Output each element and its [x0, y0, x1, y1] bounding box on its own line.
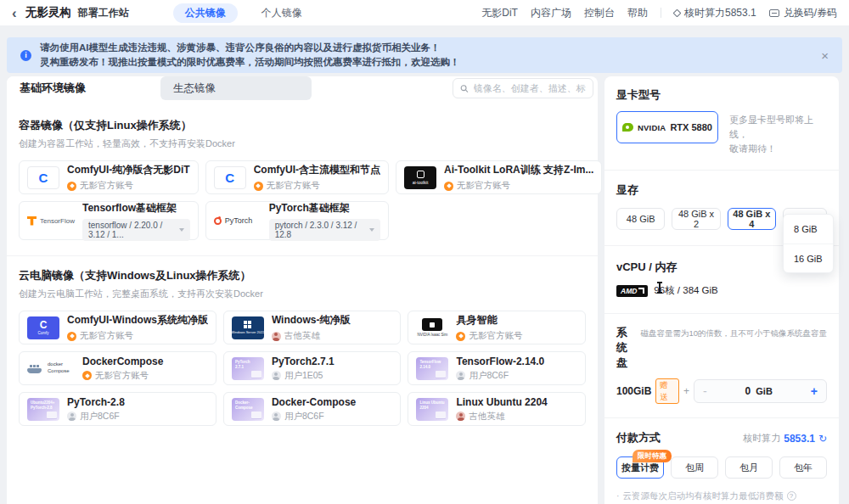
app-brand: 无影灵构 [25, 5, 71, 20]
image-title: DockerCompose [82, 356, 208, 367]
image-card-tensorflow-base[interactable]: TensorFlow Tensorflow基础框架 tensorflow / 2… [19, 201, 199, 240]
payment-section-title: 付款方式 [616, 430, 661, 445]
version-value: tensorflow / 2.20.0 / 3.12 / 1... [88, 221, 174, 239]
vram-option-48[interactable]: 48 GiB [616, 208, 665, 230]
docker-logo: docker Compose [27, 357, 75, 380]
image-title: Tensorflow基础框架 [82, 201, 190, 216]
version-select[interactable]: pytorch / 2.3.0 / 3.12 / 12.8 [269, 219, 380, 241]
image-title: Windows-纯净版 [272, 313, 393, 328]
official-badge-icon [456, 332, 465, 341]
limited-offer-ribbon: 限时特惠 [633, 450, 672, 462]
image-card-comfyui-pure[interactable]: C ComfyUI-纯净版含无影DiT 无影官方账号 [19, 160, 199, 194]
credit-display: 核时算力 5853.1 ↻ [743, 432, 827, 445]
pytorch-thumbnail: PyTorch 2.7.1 [232, 357, 264, 380]
gpu-option-rtx5880[interactable]: NVIDIA RTX 5880 [616, 111, 718, 143]
stepper-value[interactable]: 0 [745, 385, 751, 397]
user-avatar [67, 412, 76, 421]
tab-public-images[interactable]: 公共镜像 [173, 3, 238, 23]
image-author: 用户1E05 [284, 370, 323, 382]
divider [604, 417, 839, 418]
chevron-down-icon [369, 228, 374, 232]
disk-base-size: 100GiB [616, 385, 651, 397]
image-card-pytorch-base[interactable]: PyTorch PyTorch基础框架 pytorch / 2.3.0 / 3.… [205, 201, 389, 240]
vram-dropdown-option-16[interactable]: 16 GiB [784, 244, 833, 272]
nav-help[interactable]: 帮助 [627, 6, 648, 20]
nav-console[interactable]: 控制台 [584, 6, 615, 20]
image-card-comfyui-models[interactable]: C ComfyUI-含主流模型和节点 无影官方账号 [205, 160, 389, 194]
disk-size-stepper: - 0 GiB + [694, 379, 827, 403]
close-icon[interactable]: × [821, 49, 829, 62]
pytorch-logo: PyTorch [214, 210, 261, 232]
image-card-pytorch271[interactable]: PyTorch 2.7.1 PyTorch2.7.1 用户1E05 [223, 351, 402, 385]
image-title: Docker-Compose [272, 396, 393, 408]
user-avatar [272, 332, 281, 341]
image-card-embodied-ai[interactable]: NVIDIA Isaac Sim 具身智能 无影官方账号 [408, 311, 586, 344]
credit-balance-label: 核时算力5853.1 [684, 6, 756, 20]
image-title: Ai-Toolkit LoRA训练 支持Z-Im... [444, 163, 593, 177]
comfyui-logo: CComfy [27, 316, 59, 339]
image-author: 无影官方账号 [80, 180, 133, 192]
image-card-pytorch28[interactable]: Ubuntu2204+ PyTorch-2.8 PyTorch-2.8 用户8C… [19, 392, 216, 426]
notice-banner: i 请勿使用AI模型生成违法违规、涉黄涉暴、违背公序良俗的内容以及进行虚拟货币相… [7, 37, 842, 73]
official-badge-icon [67, 182, 76, 191]
text-cursor [659, 282, 661, 294]
image-author: 用户8C6F [284, 411, 324, 423]
user-avatar [272, 371, 281, 380]
vram-option-48x4[interactable]: 48 GiB x 4 [728, 208, 776, 230]
banner-line-1: 请勿使用AI模型生成违法违规、涉黄涉暴、违背公序良俗的内容以及进行虚拟货币相关业… [40, 41, 460, 55]
image-card-linux-ubuntu-2204[interactable]: Linux Ubuntu 2204 Linux Ubuntu 2204 吉他英雄 [408, 392, 586, 426]
image-card-windows-pure[interactable]: Windows Server 2022 Windows-纯净版 吉他英雄 [223, 311, 402, 344]
image-title: 具身智能 [456, 313, 577, 328]
version-select[interactable]: tensorflow / 2.20.0 / 3.12 / 1... [82, 219, 190, 241]
ubuntu-thumbnail: Linux Ubuntu 2204 [416, 398, 448, 421]
official-badge-icon [67, 332, 76, 341]
image-card-dockercompose[interactable]: docker Compose DockerCompose 无影官方账号 [19, 351, 216, 385]
tensorflow-thumbnail: TensorFlow 2.14.0 [416, 357, 448, 380]
vram-section-title: 显存 [616, 182, 827, 198]
image-card-tensorflow2140[interactable]: TensorFlow 2.14.0 TensorFlow-2.14.0 用户8C… [408, 351, 586, 385]
section-subtitle: 创建为容器工作站，轻量高效，不支持再安装Docker [19, 137, 586, 150]
tab-base-env-images[interactable]: 基础环境镜像 [7, 76, 158, 100]
tab-ecosystem-images[interactable]: 生态镜像 [160, 76, 312, 100]
section-subtitle: 创建为云电脑工作站，完整桌面系统，支持再次安装Docker [19, 288, 586, 300]
help-icon[interactable]: ? [787, 491, 796, 501]
comfyui-logo: C [27, 166, 59, 189]
image-title: PyTorch-2.8 [67, 396, 208, 408]
stepper-minus-button[interactable]: - [703, 384, 707, 398]
tab-personal-images[interactable]: 个人镜像 [250, 3, 314, 23]
vram-dropdown-option-8[interactable]: 8 GiB [784, 215, 833, 244]
plus-sign: + [683, 385, 689, 397]
section-title-cloudpc-images: 云电脑镜像（支持Windows及Linux操作系统） [19, 268, 586, 283]
payment-option-payg[interactable]: 限时特惠 按量计费 [616, 456, 664, 479]
nav-wuying-dit[interactable]: 无影DiT [481, 6, 518, 20]
refresh-icon[interactable]: ↻ [818, 433, 827, 445]
image-title: ComfyUI-纯净版含无影DiT [67, 163, 190, 177]
image-card-comfyui-windows[interactable]: CComfy ComfyUI-Windows系统纯净版 无影官方账号 [19, 311, 216, 344]
image-author: 无影官方账号 [80, 330, 133, 342]
payment-option-monthly[interactable]: 包月 [725, 456, 773, 479]
image-author: 用户8C6F [469, 370, 509, 382]
image-card-ai-toolkit[interactable]: ai-toolkit Ai-Toolkit LoRA训练 支持Z-Im... 无… [396, 160, 602, 194]
comfyui-logo: C [214, 166, 246, 189]
image-author: 吉他英雄 [469, 411, 504, 423]
official-badge-icon [82, 371, 92, 380]
image-card-docker-compose[interactable]: Docker- Compose Docker-Compose 用户8C6F [223, 392, 402, 426]
stepper-plus-button[interactable]: + [811, 384, 818, 398]
search-box [453, 78, 593, 98]
payment-option-weekly[interactable]: 包周 [671, 456, 718, 479]
image-author: 无影官方账号 [267, 180, 320, 192]
gpu-section-title: 显卡型号 [616, 87, 827, 103]
vram-option-48x2[interactable]: 48 GiB x 2 [672, 208, 720, 230]
back-icon[interactable]: ‹ [12, 6, 17, 20]
redeem-code-button[interactable]: 兑换码/券码 [769, 6, 837, 20]
credit-balance[interactable]: 核时算力5853.1 [674, 6, 756, 20]
user-avatar [456, 412, 465, 421]
search-input[interactable] [474, 83, 586, 93]
payment-note-1: 云资源每次启动均有核时算力最低消费额 ? [616, 489, 827, 502]
credit-label: 核时算力 [743, 432, 780, 445]
nav-content-plaza[interactable]: 内容广场 [531, 6, 571, 20]
gem-icon [673, 8, 682, 17]
chevron-down-icon [179, 228, 184, 232]
payment-option-yearly[interactable]: 包年 [779, 456, 827, 479]
page-title: 部署工作站 [78, 6, 129, 20]
